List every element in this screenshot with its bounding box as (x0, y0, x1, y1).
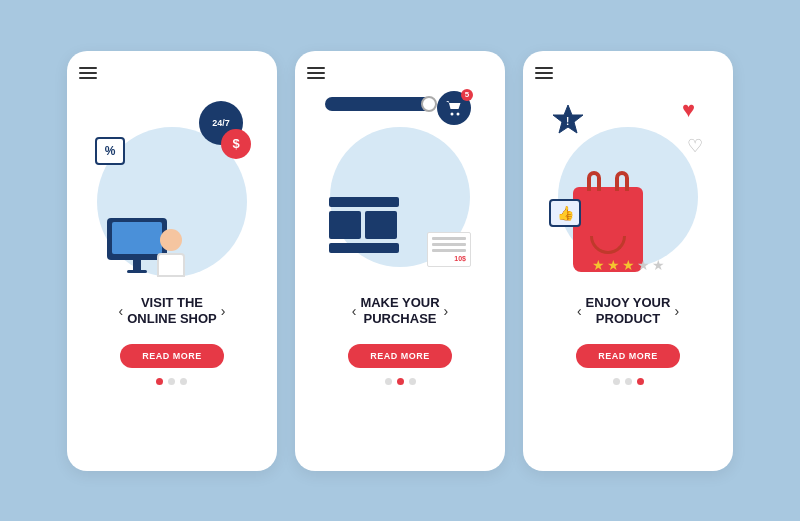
hamburger-icon-3[interactable] (535, 67, 553, 79)
cart-count-badge: 5 (461, 89, 473, 101)
card3-content: ‹ ENJOY YOUR PRODUCT › READ MORE (573, 295, 683, 451)
svg-point-0 (451, 112, 454, 115)
card1-prev-arrow[interactable]: ‹ (115, 299, 128, 323)
cards-container: 24/7 % $ ‹ VISIT THE ONLINE SHOP › READ … (67, 51, 733, 471)
card1-next-arrow[interactable]: › (217, 299, 230, 323)
dot-2 (168, 378, 175, 385)
product-boxes (329, 197, 399, 257)
cart-badge: 5 (437, 91, 471, 125)
card-purchase: 5 10$ (295, 51, 505, 471)
card3-read-more-button[interactable]: READ MORE (576, 344, 680, 368)
star-exclamation-badge: ! (551, 103, 585, 137)
person-torso (157, 253, 185, 277)
svg-text:!: ! (566, 116, 569, 127)
card3-nav: ‹ ENJOY YOUR PRODUCT › (573, 295, 683, 329)
card1-menu (79, 67, 265, 79)
hamburger-icon[interactable] (79, 67, 97, 79)
card3-illustration: ! ♥ ♡ 👍 ★ ★ ★ ★ ★ (543, 87, 713, 287)
card3-title: ENJOY YOUR PRODUCT (586, 295, 671, 329)
star-3: ★ (622, 257, 635, 273)
dot-1 (156, 378, 163, 385)
bag-smile (590, 236, 626, 254)
pbox-bottom (329, 243, 399, 253)
dollar-badge: $ (221, 129, 251, 159)
receipt-line-1 (432, 237, 466, 240)
card1-dots (156, 378, 187, 385)
card1-title: VISIT THE ONLINE SHOP (127, 295, 217, 329)
card2-content: ‹ MAKE YOUR PURCHASE › READ MORE (348, 295, 453, 451)
person-head (160, 229, 182, 251)
search-icon-sm (421, 96, 437, 112)
person-figure (157, 229, 185, 277)
monitor-screen (112, 222, 162, 254)
card3-prev-arrow[interactable]: ‹ (573, 299, 586, 323)
bag-handle-left (587, 171, 601, 191)
card1-illustration: 24/7 % $ (87, 87, 257, 287)
thumbs-up-bubble: 👍 (549, 199, 581, 227)
card-enjoy: ! ♥ ♡ 👍 ★ ★ ★ ★ ★ ‹ ENJOY YOUR (523, 51, 733, 471)
star-5: ★ (652, 257, 665, 273)
pbox-left (329, 211, 361, 239)
card3-next-arrow[interactable]: › (670, 299, 683, 323)
dot-2 (397, 378, 404, 385)
card3-dots (613, 378, 644, 385)
receipt-line-3 (432, 249, 466, 252)
card2-nav: ‹ MAKE YOUR PURCHASE › (348, 295, 453, 329)
card1-read-more-button[interactable]: READ MORE (120, 344, 224, 368)
card3-menu (535, 67, 721, 79)
dot-1 (385, 378, 392, 385)
card-visit-shop: 24/7 % $ ‹ VISIT THE ONLINE SHOP › READ … (67, 51, 277, 471)
monitor-base (127, 270, 147, 273)
dot-3 (637, 378, 644, 385)
card2-title: MAKE YOUR PURCHASE (360, 295, 439, 329)
card1-nav: ‹ VISIT THE ONLINE SHOP › (115, 295, 230, 329)
card2-menu (307, 67, 493, 79)
star-4: ★ (637, 257, 650, 273)
receipt-price: 10$ (432, 255, 466, 262)
card2-next-arrow[interactable]: › (440, 299, 453, 323)
dot-1 (613, 378, 620, 385)
monitor-stand (133, 260, 141, 270)
search-bar (325, 97, 435, 111)
receipt-line-2 (432, 243, 466, 246)
card2-dots (385, 378, 416, 385)
star-2: ★ (607, 257, 620, 273)
pbox-top (329, 197, 399, 207)
card1-content: ‹ VISIT THE ONLINE SHOP › READ MORE (115, 295, 230, 451)
dot-2 (625, 378, 632, 385)
bag-handle-right (615, 171, 629, 191)
card2-prev-arrow[interactable]: ‹ (348, 299, 361, 323)
heart-outline-icon: ♡ (687, 135, 703, 157)
svg-point-1 (457, 112, 460, 115)
hamburger-icon-2[interactable] (307, 67, 325, 79)
stars-rating: ★ ★ ★ ★ ★ (553, 257, 703, 273)
card2-read-more-button[interactable]: READ MORE (348, 344, 452, 368)
percent-badge: % (95, 137, 125, 165)
dot-3 (180, 378, 187, 385)
star-1: ★ (592, 257, 605, 273)
dot-3 (409, 378, 416, 385)
pbox-right (365, 211, 397, 239)
card2-illustration: 5 10$ (315, 87, 485, 287)
receipt: 10$ (427, 232, 471, 267)
heart-filled-icon: ♥ (682, 97, 695, 123)
